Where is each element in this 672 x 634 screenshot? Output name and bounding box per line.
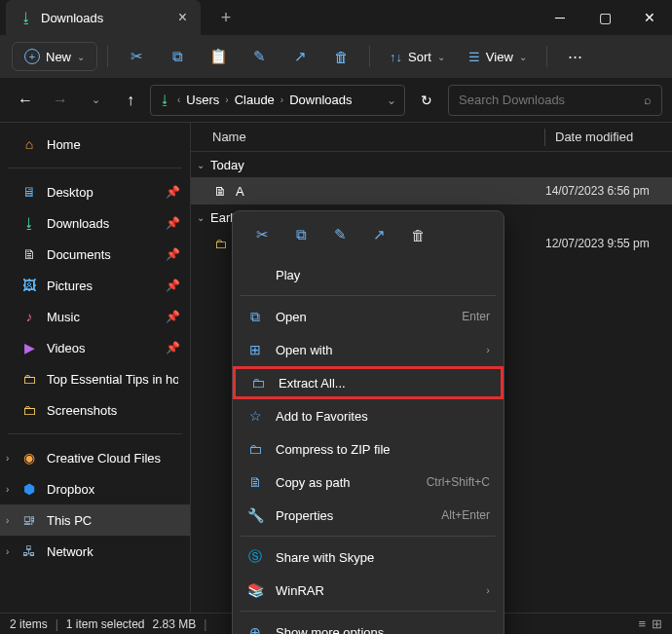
- document-icon: 🗎: [21, 246, 37, 262]
- close-window-button[interactable]: ✕: [627, 0, 672, 35]
- context-extract-all[interactable]: 🗀Extract All...: [233, 366, 504, 399]
- sort-button[interactable]: ↑↓ Sort ⌄: [380, 44, 455, 70]
- forward-button[interactable]: →: [45, 85, 76, 116]
- pin-icon: 📌: [166, 279, 180, 292]
- context-skype[interactable]: ⓈShare with Skype: [233, 541, 504, 574]
- search-icon: ⌕: [644, 93, 652, 107]
- view-icon: ☰: [468, 50, 480, 64]
- file-row[interactable]: 🗎A14/07/2023 6:56 pm: [191, 177, 672, 205]
- grid-icon: ⊞: [246, 342, 264, 357]
- search-input[interactable]: [459, 93, 644, 107]
- context-show-more[interactable]: ⊕Show more options: [233, 615, 504, 634]
- maximize-button[interactable]: ▢: [582, 0, 627, 35]
- skype-icon: Ⓢ: [246, 548, 264, 566]
- sidebar-item-videos[interactable]: ▶Videos📌: [0, 332, 190, 363]
- chevron-right-icon: ›: [6, 515, 9, 526]
- extract-icon: 🗀: [249, 375, 267, 391]
- sidebar-item-folder[interactable]: 🗀Top Essential Tips in how to: [0, 363, 190, 394]
- status-item-count: 2 items: [10, 617, 48, 631]
- status-size: 2.83 MB: [153, 617, 197, 631]
- more-icon[interactable]: ⋯: [557, 41, 594, 72]
- sidebar-item-pictures[interactable]: 🖼Pictures📌: [0, 270, 190, 301]
- star-icon: ☆: [246, 408, 264, 424]
- chevron-right-icon: ›: [486, 344, 490, 355]
- breadcrumb[interactable]: Users: [186, 93, 219, 107]
- grid-view-icon[interactable]: ⊞: [652, 616, 662, 631]
- context-compress-zip[interactable]: 🗀Compress to ZIP file: [233, 432, 504, 466]
- sidebar-item-creative-cloud[interactable]: ›◉Creative Cloud Files: [0, 442, 190, 473]
- search-box[interactable]: ⌕: [448, 85, 662, 116]
- chevron-down-icon: ⌄: [197, 212, 205, 223]
- chevron-down-icon: ⌄: [519, 52, 527, 62]
- list-view-icon[interactable]: ≡: [638, 616, 646, 631]
- column-header-name[interactable]: Name: [212, 130, 544, 144]
- context-winrar[interactable]: 📚WinRAR›: [233, 574, 504, 607]
- context-properties[interactable]: 🔧PropertiesAlt+Enter: [233, 499, 504, 532]
- minimize-button[interactable]: ─: [538, 0, 582, 35]
- cut-icon[interactable]: ✂: [244, 219, 280, 250]
- folder-icon: 🗀: [21, 371, 37, 387]
- chevron-left-icon: ‹: [177, 94, 180, 105]
- new-button[interactable]: + New ⌄: [12, 42, 97, 71]
- open-icon: ⧉: [246, 309, 264, 325]
- history-dropdown[interactable]: ⌄: [80, 85, 111, 116]
- sidebar-item-music[interactable]: ♪Music📌: [0, 301, 190, 332]
- chevron-right-icon: ›: [6, 453, 9, 464]
- chevron-down-icon[interactable]: ⌄: [387, 93, 396, 107]
- pin-icon: 📌: [166, 185, 180, 199]
- music-icon: ♪: [21, 309, 37, 324]
- cut-icon[interactable]: ✂: [118, 41, 155, 72]
- sidebar-item-desktop[interactable]: 🖥Desktop📌: [0, 176, 190, 207]
- up-button[interactable]: ↑: [115, 85, 146, 116]
- browser-tab[interactable]: ⭳ Downloads ×: [6, 0, 201, 35]
- context-open[interactable]: ⧉OpenEnter: [233, 300, 504, 333]
- rename-icon[interactable]: ✎: [241, 41, 278, 72]
- pictures-icon: 🖼: [21, 278, 37, 293]
- breadcrumb[interactable]: Downloads: [289, 93, 352, 107]
- address-bar[interactable]: ⭳ ‹ Users › Claude › Downloads ⌄: [150, 85, 405, 116]
- pin-icon: 📌: [166, 247, 180, 261]
- sidebar-item-dropbox[interactable]: ›⬢Dropbox: [0, 473, 190, 504]
- pin-icon: 📌: [166, 341, 180, 354]
- chevron-down-icon: ⌄: [197, 160, 205, 170]
- zip-icon: 🗀: [246, 441, 264, 457]
- close-tab-icon[interactable]: ×: [178, 9, 187, 26]
- share-icon[interactable]: ↗: [281, 41, 318, 72]
- view-button[interactable]: ☰ View ⌄: [459, 44, 537, 70]
- chevron-right-icon: ›: [6, 484, 9, 495]
- chevron-down-icon: ⌄: [77, 52, 85, 62]
- sidebar-item-documents[interactable]: 🗎Documents📌: [0, 239, 190, 270]
- new-tab-button[interactable]: +: [210, 8, 242, 28]
- context-copy-path[interactable]: 🗎Copy as pathCtrl+Shift+C: [233, 466, 504, 499]
- desktop-icon: 🖥: [21, 184, 37, 200]
- dropbox-icon: ⬢: [21, 481, 37, 497]
- sidebar-item-network[interactable]: ›🖧Network: [0, 536, 190, 567]
- delete-icon[interactable]: 🗑: [322, 41, 359, 72]
- back-button[interactable]: ←: [10, 85, 41, 116]
- refresh-button[interactable]: ↻: [409, 93, 444, 108]
- sort-icon: ↑↓: [390, 50, 402, 64]
- folder-icon: 🗀: [212, 237, 228, 251]
- copy-icon[interactable]: ⧉: [159, 41, 196, 72]
- status-selection: 1 item selected: [66, 617, 145, 631]
- copy-icon[interactable]: ⧉: [283, 219, 318, 250]
- sidebar-item-home[interactable]: ⌂ Home: [0, 129, 190, 160]
- sidebar-item-downloads[interactable]: ⭳Downloads📌: [0, 207, 190, 239]
- winrar-icon: 📚: [246, 582, 264, 598]
- context-play[interactable]: Play: [233, 258, 504, 291]
- paste-icon[interactable]: 📋: [200, 41, 237, 72]
- share-icon[interactable]: ↗: [361, 219, 396, 250]
- rename-icon[interactable]: ✎: [322, 219, 357, 250]
- zip-file-icon: 🗎: [212, 184, 228, 199]
- context-add-favorites[interactable]: ☆Add to Favorites: [233, 399, 504, 432]
- sidebar-item-folder[interactable]: 🗀Screenshots: [0, 394, 190, 426]
- pin-icon: 📌: [166, 216, 180, 230]
- sidebar-item-this-pc[interactable]: ›🖳This PC: [0, 504, 190, 536]
- chevron-right-icon: ›: [6, 546, 9, 557]
- chevron-right-icon: ›: [225, 94, 228, 105]
- group-header[interactable]: ⌄Today: [191, 152, 672, 177]
- column-header-date[interactable]: Date modified: [545, 130, 672, 144]
- context-open-with[interactable]: ⊞Open with›: [233, 333, 504, 366]
- delete-icon[interactable]: 🗑: [400, 219, 435, 250]
- breadcrumb[interactable]: Claude: [235, 93, 275, 107]
